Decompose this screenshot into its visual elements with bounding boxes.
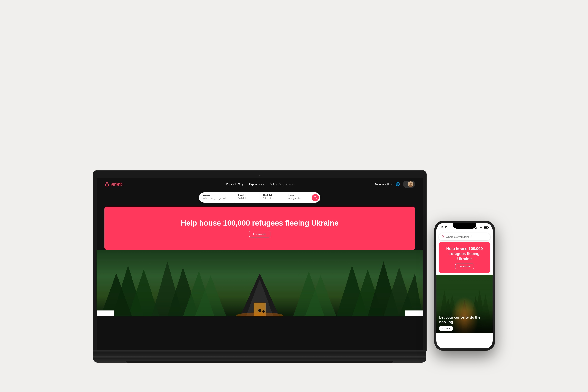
signal-icon (475, 226, 478, 228)
checkin-value: Add dates (238, 197, 248, 200)
phone-inner: 10:20 (436, 223, 492, 348)
phone-mute-button (434, 240, 434, 246)
laptop-navbar: airbnb Places to Stay Experiences Online… (97, 178, 423, 190)
svg-rect-32 (478, 226, 478, 228)
svg-rect-25 (97, 310, 114, 316)
phone-outer: 10:20 (434, 221, 495, 351)
location-field[interactable]: Location Where are you going? (199, 192, 234, 203)
phone-notch (453, 223, 476, 228)
checkout-value: Add dates (263, 197, 274, 200)
checkout-field[interactable]: Check-Out Add dates (260, 192, 285, 203)
svg-point-28 (262, 310, 265, 312)
forest-image (97, 250, 423, 316)
logo-text: airbnb (111, 182, 122, 186)
laptop-logo[interactable]: airbnb (104, 182, 122, 187)
laptop-hinge (93, 356, 426, 358)
phone-hero-banner: Help house 100,000 refugees fleeing Ukra… (439, 242, 490, 273)
svg-rect-35 (488, 227, 489, 228)
hamburger-icon: ☰ (404, 183, 406, 186)
battery-icon (484, 226, 489, 228)
laptop-screen-outer: airbnb Places to Stay Experiences Online… (93, 170, 426, 350)
checkin-field[interactable]: Check-In Add dates (234, 192, 260, 203)
nav-link-places[interactable]: Places to Stay (226, 183, 244, 186)
phone-status-bar: 10:20 (436, 223, 492, 232)
checkin-label: Check-In (238, 194, 256, 196)
phone-search-text: Where are you going? (446, 236, 471, 238)
phone-volume-up-button (434, 249, 434, 259)
phone-volume-down-button (434, 262, 434, 271)
phone-search-bar[interactable]: Where are you going? (439, 233, 490, 240)
status-time: 10:20 (440, 226, 448, 229)
learn-more-button[interactable]: Learn more (249, 231, 270, 237)
checkout-label: Check-Out (263, 194, 282, 196)
user-avatar (408, 182, 413, 187)
avatar-icon (408, 182, 413, 187)
location-label: Location (203, 194, 231, 196)
laptop-base (93, 350, 426, 356)
phone-device: 10:20 (434, 221, 495, 351)
guests-field[interactable]: Guests Add guests (285, 192, 310, 203)
laptop-nav-links: Places to Stay Experiences Online Experi… (226, 183, 294, 186)
laptop-nav-right: Become a Host 🌐 ☰ (375, 181, 415, 188)
status-icons (475, 226, 489, 228)
hero-banner: Help house 100,000 refugees fleeing Ukra… (104, 206, 415, 250)
phone-learn-more-button[interactable]: Learn more (455, 264, 474, 269)
hero-title: Help house 100,000 refugees fleeing Ukra… (181, 219, 339, 227)
user-menu[interactable]: ☰ (403, 181, 415, 188)
phone-forest-title: Let your curiosity do the booking (439, 315, 490, 324)
guests-label: Guests (288, 194, 307, 196)
laptop-device: airbnb Places to Stay Experiences Online… (93, 170, 426, 362)
globe-icon[interactable]: 🌐 (396, 182, 400, 186)
search-bar-container: Location Where are you going? Check-In A… (97, 190, 423, 206)
phone-forest-overlay: Let your curiosity do the booking Explor… (436, 310, 492, 334)
svg-rect-26 (405, 310, 423, 316)
forest-svg (97, 250, 423, 316)
phone-power-button (495, 244, 496, 254)
location-value: Where are you going? (203, 197, 226, 200)
forest-trees (97, 250, 423, 316)
svg-point-27 (258, 309, 261, 312)
phone-explore-button[interactable]: Explore (439, 326, 453, 331)
phone-search-icon (442, 235, 444, 238)
svg-line-37 (443, 237, 444, 238)
phone-search-svg (442, 235, 444, 238)
svg-line-4 (316, 198, 317, 199)
phone-forest-image: Let your curiosity do the booking Explor… (436, 274, 492, 334)
laptop-screen: airbnb Places to Stay Experiences Online… (97, 178, 423, 350)
laptop-foot (93, 358, 426, 362)
scene: airbnb Places to Stay Experiences Online… (39, 30, 549, 362)
search-icon (314, 196, 317, 199)
laptop-notch-bar (97, 174, 423, 177)
wifi-icon (480, 226, 482, 228)
svg-rect-31 (477, 226, 478, 228)
phone-screen: 10:20 (436, 223, 492, 348)
svg-rect-30 (476, 227, 477, 228)
search-bar: Location Where are you going? Check-In A… (199, 192, 320, 203)
phone-hero-title: Help house 100,000 refugees fleeing Ukra… (442, 246, 487, 261)
search-button[interactable] (312, 194, 319, 201)
become-host-button[interactable]: Become a Host (375, 183, 392, 186)
nav-link-experiences[interactable]: Experiences (249, 183, 264, 186)
airbnb-logo-icon (104, 182, 110, 187)
svg-rect-34 (484, 226, 488, 228)
svg-rect-29 (475, 228, 476, 228)
nav-link-online-experiences[interactable]: Online Experiences (270, 183, 294, 186)
laptop-camera (259, 175, 260, 176)
svg-point-1 (410, 183, 412, 185)
guests-value: Add guests (288, 197, 300, 200)
